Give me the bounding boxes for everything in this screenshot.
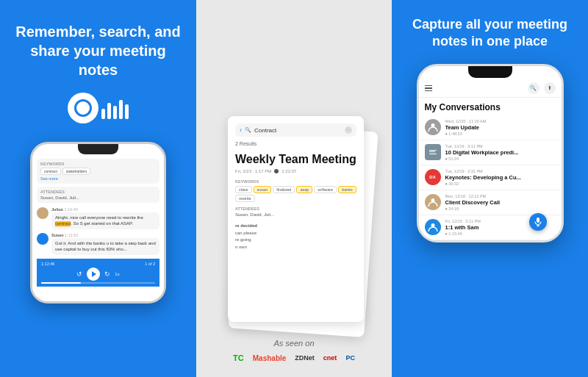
- conv-name-3: Keynotes: Developing a Cu...: [445, 174, 541, 181]
- media-logos-row: TC Mashable ZDNet cnet PC: [220, 353, 368, 362]
- doc-line: [429, 154, 437, 154]
- julius-message-block: Julius 1:14:40 Alright, nice call everyo…: [51, 207, 159, 229]
- doc-line: [429, 151, 435, 152]
- kw-tag-rewrite: rewrite: [235, 195, 255, 202]
- app-header: 🔍 ⬆: [419, 78, 562, 98]
- conv-date-4: Mon, 12/18 · 12:12 PM: [445, 194, 556, 198]
- right-phone-screen: 🔍 ⬆ My Conversations Wed, 12/20 · 11:20 …: [419, 78, 562, 240]
- results-count: 2 Results: [235, 141, 356, 146]
- keywords-label: KEYWORDS: [40, 162, 156, 166]
- recording-dot-icon: [274, 169, 279, 173]
- conversation-item-3[interactable]: DX Tue, 12/19 · 2:31 PM Keynotes: Develo…: [419, 165, 562, 190]
- conversation-item-2[interactable]: Tue, 12/19 · 3:11 PM 10 Digital Workplac…: [419, 140, 562, 165]
- conv-duration-3: ● 30:32: [445, 182, 556, 186]
- attendees-value: Susan, David, Juli...: [40, 195, 156, 200]
- logo-bar-5: [125, 104, 129, 119]
- conv-date-1: Wed, 12/20 · 11:20 AM: [445, 119, 556, 123]
- julius-message-text: Alright, nice call everyone need to rewr…: [51, 212, 159, 229]
- player-pagination: 1 of 2: [145, 262, 155, 266]
- clear-search-icon[interactable]: ✕: [345, 126, 352, 134]
- conv-name-2: 10 Digital Workplace predi...: [445, 149, 541, 156]
- conv-content-3: Tue, 12/19 · 2:31 PM Keynotes: Developin…: [445, 169, 556, 186]
- conv-date-2: Tue, 12/19 · 3:11 PM: [445, 144, 556, 148]
- hamburger-line: [425, 90, 432, 92]
- conversations-title: My Conversations: [419, 98, 562, 115]
- as-seen-on-label: As seen on: [220, 339, 368, 348]
- keywords-tags-row: class susan finalized asap software bank…: [235, 186, 356, 202]
- keywords-section-label: KEYWORDS: [235, 179, 356, 184]
- stacked-papers: ‹ 🔍 Contract ✕ 2 Results Weekly Team Mee…: [220, 105, 368, 362]
- pcmag-logo: PC: [345, 354, 355, 362]
- progress-fill: [41, 282, 81, 284]
- logo-bar-1: [101, 109, 105, 119]
- conv-name-1: Team Update: [445, 124, 541, 131]
- julius-avatar: [37, 207, 49, 219]
- conv-duration-1: ● 1:48:33: [445, 132, 556, 136]
- otter-logo: [68, 93, 129, 123]
- right-phone-mockup: 🔍 ⬆ My Conversations Wed, 12/20 · 11:20 …: [417, 64, 564, 243]
- conv-avatar-5: [425, 219, 441, 235]
- left-heading: Remember, search, and share your meeting…: [15, 22, 182, 79]
- logo-bar-3: [113, 106, 117, 119]
- conv-avatar-1: [425, 119, 441, 135]
- progress-bar: [41, 282, 155, 284]
- conv-avatar-3: DX: [425, 169, 441, 185]
- doc-lines: [429, 150, 437, 154]
- conversation-item-4[interactable]: Mon, 12/18 · 12:12 PM Client Discovery C…: [419, 190, 562, 215]
- susan-speaker-name: Susan 1:11:52: [51, 233, 159, 237]
- conv-name-4: Client Discovery Call: [445, 199, 541, 206]
- see-more-link[interactable]: See more: [40, 176, 156, 181]
- record-mic-button[interactable]: [529, 213, 547, 231]
- svg-rect-3: [537, 218, 539, 223]
- speed-button[interactable]: 1x: [115, 272, 119, 276]
- chat-message-susan: Susan 1:11:52 Got it. And with the banks…: [37, 233, 159, 255]
- kw-tag-asap: asap: [296, 186, 312, 193]
- hamburger-menu-icon[interactable]: [425, 85, 432, 92]
- contract-highlight: contract: [55, 221, 71, 226]
- as-seen-on-section: As seen on TC Mashable ZDNet cnet PC: [220, 339, 368, 362]
- kw-tag-banks: banks: [338, 186, 356, 193]
- logo-circle-inner: [74, 99, 92, 117]
- conversation-item-1[interactable]: Wed, 12/20 · 11:20 AM Team Update ● 1:48…: [419, 115, 562, 140]
- cnet-logo: cnet: [323, 354, 337, 362]
- search-header: ‹ 🔍 Contract ✕: [235, 123, 356, 137]
- attendees-section: ATTENDEES Susan, David, Juli...: [37, 187, 159, 203]
- conversation-item-5[interactable]: Fri, 12/15 · 3:11 PM 1:1 with Sam ● 1:15…: [419, 215, 562, 240]
- logo-bar-4: [119, 100, 123, 119]
- doc-line: [429, 150, 437, 151]
- conv-duration-4: ● 34:18: [445, 207, 556, 211]
- play-button[interactable]: [87, 268, 100, 281]
- share-icon[interactable]: ⬆: [544, 82, 556, 94]
- phone-notch: [78, 144, 118, 154]
- julius-speaker-name: Julius 1:14:40: [51, 207, 159, 212]
- techcrunch-logo: TC: [233, 353, 244, 362]
- search-icon[interactable]: 🔍: [528, 82, 539, 94]
- kw-tag-software: software: [314, 186, 337, 193]
- hamburger-line: [425, 87, 432, 89]
- player-current-time: 1:12:46: [41, 262, 54, 266]
- player-top-row: 1:12:46 1 of 2: [41, 262, 155, 266]
- conv-date-3: Tue, 12/19 · 2:31 PM: [445, 169, 556, 173]
- conv-content-4: Mon, 12/18 · 12:12 PM Client Discovery C…: [445, 194, 556, 211]
- keywords-row: contract stakeholders: [40, 168, 156, 175]
- forward-icon[interactable]: ↻: [104, 270, 110, 278]
- back-arrow-icon[interactable]: ‹: [240, 126, 242, 134]
- conv-duration-5: ● 1:15:46: [445, 231, 556, 236]
- keywords-section: KEYWORDS contract stakeholders See more: [37, 159, 159, 184]
- panel-middle: ‹ 🔍 Contract ✕ 2 Results Weekly Team Mee…: [196, 0, 392, 377]
- meeting-date: Fri, 2/23 · 1:17 PM: [235, 169, 271, 173]
- logo-bars: [101, 97, 129, 119]
- search-input-value[interactable]: Contract: [254, 127, 342, 134]
- transcript-preview: re decided can please re going n own: [235, 223, 356, 251]
- left-phone-mockup: KEYWORDS contract stakeholders See more …: [30, 142, 166, 304]
- conv-content-2: Tue, 12/19 · 3:11 PM 10 Digital Workplac…: [445, 144, 556, 161]
- paper-front: ‹ 🔍 Contract ✕ 2 Results Weekly Team Mee…: [228, 116, 364, 322]
- susan-message-text: Got it. And with the banks u to take a s…: [51, 238, 159, 255]
- conv-content-1: Wed, 12/20 · 11:20 AM Team Update ● 1:48…: [445, 119, 556, 136]
- player-controls: ↺ ↻ 1x: [41, 268, 155, 281]
- rewind-icon[interactable]: ↺: [76, 270, 82, 278]
- chat-screen: KEYWORDS contract stakeholders See more …: [32, 154, 164, 301]
- meeting-title: Weekly Team Meeting: [235, 152, 356, 166]
- meeting-meta: Fri, 2/23 · 1:17 PM 1:22:07: [235, 169, 356, 173]
- panel-left: Remember, search, and share your meeting…: [0, 0, 196, 377]
